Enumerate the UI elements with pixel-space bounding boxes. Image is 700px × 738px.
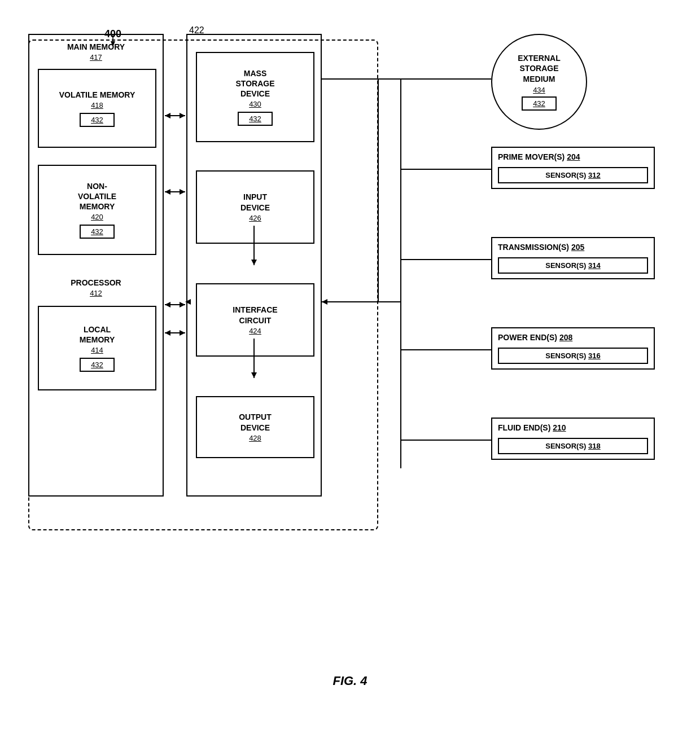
ext-storage-432: 432 xyxy=(522,96,557,111)
prime-mover-title: PRIME MOVER(S) xyxy=(498,152,567,161)
output-device-box: OUTPUTDEVICE 428 xyxy=(196,396,314,458)
transmission-ref: 205 xyxy=(571,243,584,252)
power-end-ref: 208 xyxy=(559,333,572,342)
non-volatile-memory-432: 432 xyxy=(80,225,115,239)
main-memory-title: MAIN MEMORY xyxy=(67,42,125,51)
processor-title: PROCESSOR xyxy=(71,278,121,287)
power-end-sensor: SENSOR(S) 316 xyxy=(498,348,648,364)
prime-mover-ref: 204 xyxy=(567,152,580,161)
ext-storage-title: EXTERNALSTORAGEMEDIUM xyxy=(518,53,560,84)
power-end-group: POWER END(S) 208 SENSOR(S) 316 xyxy=(491,327,655,370)
input-device-box: INPUTDEVICE 426 xyxy=(196,170,314,244)
mass-storage-box: MASSSTORAGEDEVICE 430 432 xyxy=(196,52,314,142)
main-memory-ref: 417 xyxy=(90,53,102,61)
left-column-box: MAIN MEMORY 417 VOLATILE MEMORY 418 432 … xyxy=(28,34,164,497)
interface-circuit-box: INTERFACECIRCUIT 424 xyxy=(196,283,314,357)
volatile-memory-432: 432 xyxy=(80,113,115,127)
diagram: 400 MAIN MEMORY 417 VOLATILE MEMORY 418 … xyxy=(17,17,683,694)
external-storage-circle: EXTERNALSTORAGEMEDIUM 434 432 xyxy=(491,34,587,130)
fluid-end-ref: 210 xyxy=(553,423,566,432)
fluid-end-sensor: SENSOR(S) 318 xyxy=(498,438,648,454)
non-volatile-memory-box: NON-VOLATILEMEMORY 420 432 xyxy=(38,165,156,255)
processor-ref: 412 xyxy=(90,289,102,297)
volatile-memory-box: VOLATILE MEMORY 418 432 xyxy=(38,69,156,148)
prime-mover-group: PRIME MOVER(S) 204 SENSOR(S) 312 xyxy=(491,147,655,189)
transmission-title: TRANSMISSION(S) xyxy=(498,243,571,252)
mass-storage-432: 432 xyxy=(238,112,273,126)
fluid-end-group: FLUID END(S) 210 SENSOR(S) 318 xyxy=(491,418,655,460)
right-column-box: MASSSTORAGEDEVICE 430 432 INPUTDEVICE 42… xyxy=(186,34,322,497)
ext-storage-ref: 434 xyxy=(533,86,545,94)
transmission-sensor: SENSOR(S) 314 xyxy=(498,257,648,274)
local-memory-432: 432 xyxy=(80,358,115,372)
transmission-group: TRANSMISSION(S) 205 SENSOR(S) 314 xyxy=(491,237,655,279)
local-memory-box: LOCALMEMORY 414 432 xyxy=(38,306,156,390)
figure-caption: FIG. 4 xyxy=(17,674,683,688)
fluid-end-title: FLUID END(S) xyxy=(498,423,553,432)
prime-mover-sensor: SENSOR(S) 312 xyxy=(498,167,648,183)
power-end-title: POWER END(S) xyxy=(498,333,559,342)
